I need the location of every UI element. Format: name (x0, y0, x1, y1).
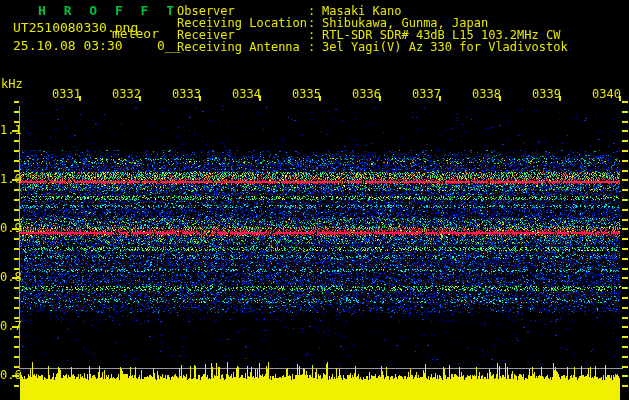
y-axis-label-0-9: 0.9 (0, 222, 18, 234)
y-axis-label-0-8: 0.8 (0, 271, 18, 283)
x-axis-label-0331: 0331 (52, 88, 81, 100)
receiving-antenna-label: Receiving Antenna (177, 41, 300, 53)
capture-datetime: 25.10.08 03:30 (13, 39, 123, 52)
x-axis-label-0334: 0334 (232, 88, 261, 100)
y-axis-unit: kHz (1, 78, 23, 90)
x-axis-label-0333: 0333 (172, 88, 201, 100)
x-axis-label-0336: 0336 (352, 88, 381, 100)
x-axis-label-0337: 0337 (412, 88, 441, 100)
y-axis-label-1-1: 1.1 (0, 124, 18, 136)
x-axis-label-0335: 0335 (292, 88, 321, 100)
x-axis-label-0340: 0340 (592, 88, 621, 100)
y-axis-label-0-6: 0.6 (0, 369, 18, 381)
x-axis-label-0339: 0339 (532, 88, 561, 100)
hrofft-screen: H R O F F T UT2510080330.png meteor 25.1… (0, 0, 629, 400)
y-axis-label-1-0: 1.0 (0, 173, 18, 185)
x-axis-label-0332: 0332 (112, 88, 141, 100)
y-axis-label-0-7: 0.7 (0, 320, 18, 332)
x-axis-label-0338: 0338 (472, 88, 501, 100)
app-title: H R O F F T (38, 4, 179, 17)
receiving-antenna-value: 3el Yagi(V) Az 330 for Vladivostok (322, 41, 568, 53)
receiving-antenna-colon: : (308, 41, 315, 53)
spectrogram-canvas (0, 0, 629, 400)
